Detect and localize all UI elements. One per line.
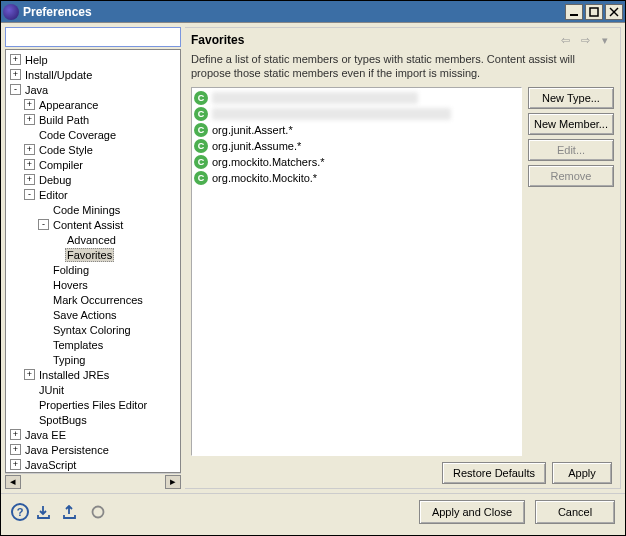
tree-item-label: Code Style: [37, 144, 95, 156]
tree-item-label: Templates: [51, 339, 105, 351]
tree-item[interactable]: +Code Style: [6, 142, 180, 157]
app-icon: [3, 4, 19, 20]
tree-item-label: Java: [23, 84, 50, 96]
maximize-button[interactable]: [585, 4, 603, 20]
expand-icon[interactable]: +: [10, 429, 21, 440]
tree-item[interactable]: +Java EE: [6, 427, 180, 442]
apply-and-close-button[interactable]: Apply and Close: [419, 500, 525, 524]
filter-input[interactable]: [5, 27, 181, 47]
tree-item[interactable]: Properties Files Editor: [6, 397, 180, 412]
list-item[interactable]: Corg.mockito.Matchers.*: [194, 154, 519, 170]
collapse-icon[interactable]: -: [24, 189, 35, 200]
tree-item[interactable]: Code Minings: [6, 202, 180, 217]
tree-item-label: Java EE: [23, 429, 68, 441]
expand-icon[interactable]: +: [10, 54, 21, 65]
list-item-label: org.junit.Assume.*: [212, 140, 301, 152]
list-item-label: ■■■■■■■■■■■■■■■■■■■■■■■■■■■■■■■■■■■■: [212, 108, 451, 120]
list-item-label: org.junit.Assert.*: [212, 124, 293, 136]
tree-item[interactable]: JUnit: [6, 382, 180, 397]
tree-item-label: Favorites: [65, 248, 114, 262]
tree-item[interactable]: Advanced: [6, 232, 180, 247]
circle-icon[interactable]: [89, 505, 107, 519]
menu-button[interactable]: ▾: [596, 32, 614, 48]
list-item[interactable]: Corg.mockito.Mockito.*: [194, 170, 519, 186]
titlebar: Preferences: [1, 1, 625, 23]
apply-button[interactable]: Apply: [552, 462, 612, 484]
tree-item-label: Advanced: [65, 234, 118, 246]
tree-item[interactable]: Code Coverage: [6, 127, 180, 142]
tree-item[interactable]: +Installed JREs: [6, 367, 180, 382]
close-button[interactable]: [605, 4, 623, 20]
remove-button[interactable]: Remove: [528, 165, 614, 187]
expand-icon[interactable]: +: [10, 444, 21, 455]
tree-item[interactable]: +Debug: [6, 172, 180, 187]
tree-item-label: Typing: [51, 354, 87, 366]
new-member-button[interactable]: New Member...: [528, 113, 614, 135]
expand-icon[interactable]: +: [10, 69, 21, 80]
collapse-icon[interactable]: -: [38, 219, 49, 230]
tree-item[interactable]: Folding: [6, 262, 180, 277]
tree-item[interactable]: +Help: [6, 52, 180, 67]
tree-item[interactable]: Typing: [6, 352, 180, 367]
expand-icon[interactable]: +: [24, 144, 35, 155]
window-title: Preferences: [23, 5, 563, 19]
list-item[interactable]: C■■■■■■■■■■■■■■■■■■■■■■■■■■■■■■■■■■■■: [194, 106, 519, 122]
collapse-icon[interactable]: -: [10, 84, 21, 95]
tree-item[interactable]: -Content Assist: [6, 217, 180, 232]
export-icon[interactable]: [63, 505, 81, 519]
tree-spacer: [24, 414, 35, 425]
forward-button[interactable]: ⇨: [576, 32, 594, 48]
tree-item[interactable]: +Java Persistence: [6, 442, 180, 457]
tree-spacer: [24, 384, 35, 395]
expand-icon[interactable]: +: [24, 159, 35, 170]
back-button[interactable]: ⇦: [556, 32, 574, 48]
horizontal-scrollbar[interactable]: ◂ ▸: [5, 473, 181, 489]
tree-item[interactable]: +Install/Update: [6, 67, 180, 82]
import-icon[interactable]: [37, 505, 55, 519]
scroll-left-button[interactable]: ◂: [5, 475, 21, 489]
tree-item[interactable]: Syntax Coloring: [6, 322, 180, 337]
expand-icon[interactable]: +: [24, 369, 35, 380]
restore-defaults-button[interactable]: Restore Defaults: [442, 462, 546, 484]
tree-item[interactable]: Mark Occurrences: [6, 292, 180, 307]
class-icon: C: [194, 139, 208, 153]
class-icon: C: [194, 171, 208, 185]
tree-item[interactable]: Favorites: [6, 247, 180, 262]
tree-item[interactable]: SpotBugs: [6, 412, 180, 427]
tree-item[interactable]: Templates: [6, 337, 180, 352]
tree-item[interactable]: +Build Path: [6, 112, 180, 127]
tree-spacer: [38, 324, 49, 335]
expand-icon[interactable]: +: [24, 99, 35, 110]
tree-item-label: Syntax Coloring: [51, 324, 133, 336]
preferences-tree[interactable]: +Help+Install/Update-Java+Appearance+Bui…: [6, 50, 180, 472]
expand-icon[interactable]: +: [24, 174, 35, 185]
tree-item[interactable]: -Java: [6, 82, 180, 97]
favorites-list[interactable]: C■■■■■■■■■■■■■■■■■■■■■■■■■■■■■■■C■■■■■■■…: [191, 87, 522, 456]
tree-spacer: [52, 249, 63, 260]
list-item[interactable]: C■■■■■■■■■■■■■■■■■■■■■■■■■■■■■■■: [194, 90, 519, 106]
tree-item-label: Appearance: [37, 99, 100, 111]
list-item[interactable]: Corg.junit.Assert.*: [194, 122, 519, 138]
tree-item[interactable]: +Appearance: [6, 97, 180, 112]
minimize-button[interactable]: [565, 4, 583, 20]
tree-item[interactable]: -Editor: [6, 187, 180, 202]
class-icon: C: [194, 123, 208, 137]
new-type-button[interactable]: New Type...: [528, 87, 614, 109]
edit-button[interactable]: Edit...: [528, 139, 614, 161]
tree-item-label: Compiler: [37, 159, 85, 171]
tree-item[interactable]: Hovers: [6, 277, 180, 292]
tree-item-label: Help: [23, 54, 50, 66]
svg-rect-1: [590, 8, 598, 16]
help-icon[interactable]: ?: [11, 503, 29, 521]
tree-spacer: [38, 354, 49, 365]
expand-icon[interactable]: +: [24, 114, 35, 125]
tree-item[interactable]: +Compiler: [6, 157, 180, 172]
tree-item[interactable]: Save Actions: [6, 307, 180, 322]
list-item[interactable]: Corg.junit.Assume.*: [194, 138, 519, 154]
scroll-right-button[interactable]: ▸: [165, 475, 181, 489]
tree-item[interactable]: +JavaScript: [6, 457, 180, 472]
cancel-button[interactable]: Cancel: [535, 500, 615, 524]
tree-item-label: SpotBugs: [37, 414, 89, 426]
expand-icon[interactable]: +: [10, 459, 21, 470]
tree-spacer: [24, 399, 35, 410]
